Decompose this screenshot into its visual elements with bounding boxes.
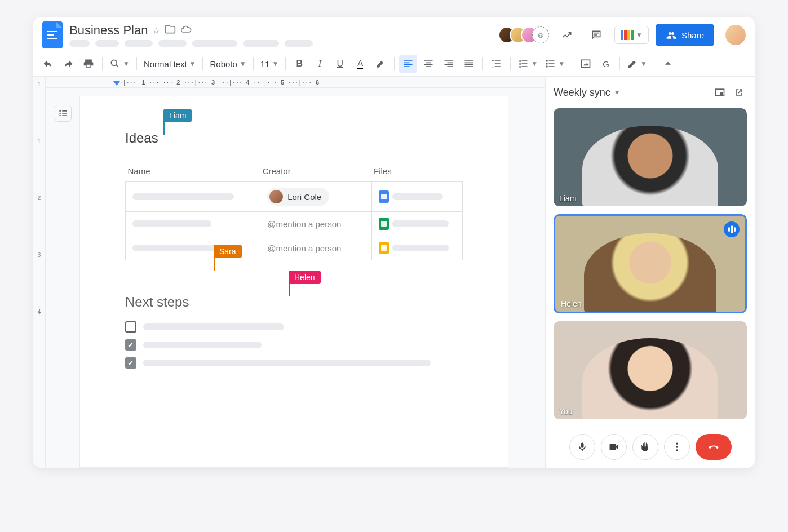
collapse-toolbar-button[interactable] xyxy=(659,55,677,73)
account-avatar[interactable] xyxy=(725,25,746,45)
align-justify-button[interactable] xyxy=(460,55,478,73)
table-header-row: Name Creator Files xyxy=(126,163,463,182)
document-page[interactable]: Ideas Liam Name Creator Files Lori Cole xyxy=(79,96,508,468)
insert-image-button[interactable] xyxy=(577,55,595,73)
table-row[interactable]: Lori Cole xyxy=(126,182,463,212)
file-chip-slide[interactable] xyxy=(379,242,449,254)
svg-rect-7 xyxy=(582,60,590,67)
checklist-item[interactable] xyxy=(125,339,463,351)
sheets-file-icon xyxy=(379,218,389,230)
cloud-status-icon[interactable] xyxy=(180,24,192,37)
undo-button[interactable] xyxy=(39,55,57,73)
bullet-list-button[interactable]: ▼ xyxy=(542,55,567,73)
svg-rect-9 xyxy=(720,92,723,95)
collaborator-cursor-sara: Sara xyxy=(214,245,242,258)
meet-controls xyxy=(554,427,747,460)
docs-file-icon xyxy=(379,190,389,203)
title-block: Business Plan ☆ xyxy=(69,23,313,47)
paragraph-style-select[interactable]: Normal text▼ xyxy=(141,55,198,73)
activity-history-icon[interactable] xyxy=(556,24,578,46)
svg-point-11 xyxy=(676,446,678,447)
file-chip-doc[interactable] xyxy=(379,190,443,203)
table-row[interactable]: Sara @mention a person xyxy=(126,212,463,236)
italic-button[interactable]: I xyxy=(311,55,329,73)
comments-icon[interactable] xyxy=(585,24,608,46)
line-spacing-button[interactable] xyxy=(488,55,506,73)
ideas-heading[interactable]: Ideas Liam xyxy=(125,130,463,146)
person-chip[interactable]: Lori Cole xyxy=(267,188,329,206)
meet-panel-header: Weekly sync ▼ xyxy=(554,85,747,100)
participant-video xyxy=(584,233,717,313)
docs-logo-icon[interactable] xyxy=(42,21,63,48)
star-icon[interactable]: ☆ xyxy=(152,25,160,36)
meet-present-button[interactable]: ▼ xyxy=(614,26,649,44)
header: Business Plan ☆ ☺ ▼ xyxy=(33,17,755,51)
video-tile-you[interactable]: You xyxy=(554,321,747,419)
collaborator-cursor-helen: Helen xyxy=(289,271,321,284)
formatting-toolbar: ▼ Normal text▼ Roboto▼ 11▼ B I U A ▼ ▼ G… xyxy=(33,51,755,77)
ideas-table[interactable]: Name Creator Files Lori Cole Sara xyxy=(125,163,463,260)
font-select[interactable]: Roboto▼ xyxy=(207,55,248,73)
google-meet-icon xyxy=(621,30,634,40)
chevron-down-icon[interactable]: ▼ xyxy=(614,88,621,96)
collaborator-avatars[interactable]: ☺ xyxy=(498,26,549,43)
participant-video xyxy=(582,126,718,207)
bold-button[interactable]: B xyxy=(290,55,308,73)
align-left-button[interactable] xyxy=(399,55,417,73)
slides-file-icon xyxy=(379,242,389,254)
column-name: Name xyxy=(126,163,260,182)
share-button-label: Share xyxy=(681,30,704,40)
underline-button[interactable]: U xyxy=(331,55,349,73)
mention-placeholder[interactable]: @mention a person xyxy=(260,236,371,260)
insert-link-button[interactable]: G xyxy=(597,55,615,73)
zoom-select[interactable]: ▼ xyxy=(107,55,132,73)
svg-point-12 xyxy=(676,449,678,451)
checkbox-checked-icon[interactable] xyxy=(125,339,136,351)
anonymous-avatar-icon[interactable]: ☺ xyxy=(532,26,549,43)
column-creator: Creator xyxy=(260,163,371,182)
speaking-indicator-icon xyxy=(724,221,740,237)
vertical-ruler: 11234 xyxy=(33,77,46,468)
end-call-button[interactable] xyxy=(696,434,732,460)
svg-line-3 xyxy=(116,65,118,67)
svg-point-4 xyxy=(546,60,548,61)
more-options-button[interactable] xyxy=(664,434,690,460)
video-tile-liam[interactable]: Liam xyxy=(554,108,747,206)
file-chip-sheet[interactable] xyxy=(379,218,449,230)
share-button[interactable]: Share xyxy=(656,24,714,46)
align-center-button[interactable] xyxy=(419,55,437,73)
avatar xyxy=(269,190,283,203)
editing-mode-button[interactable]: ▼ xyxy=(625,55,649,73)
table-row[interactable]: @mention a person xyxy=(126,236,463,260)
checklist-button[interactable]: ▼ xyxy=(515,55,540,73)
toggle-camera-button[interactable] xyxy=(601,434,627,460)
svg-point-6 xyxy=(546,65,548,67)
document-outline-toggle[interactable] xyxy=(55,105,72,122)
next-steps-heading[interactable]: Next steps Helen xyxy=(125,294,463,310)
app-window: Business Plan ☆ ☺ ▼ xyxy=(33,17,755,468)
redo-button[interactable] xyxy=(59,55,77,73)
picture-in-picture-button[interactable] xyxy=(712,85,728,100)
checkbox-unchecked-icon[interactable] xyxy=(125,321,136,333)
indent-marker-icon[interactable] xyxy=(113,81,120,86)
move-folder-icon[interactable] xyxy=(165,24,176,37)
checklist-item[interactable] xyxy=(125,357,463,369)
meet-title[interactable]: Weekly sync xyxy=(554,87,610,99)
mention-placeholder[interactable]: @mention a person xyxy=(260,212,371,236)
highlight-button[interactable] xyxy=(371,55,389,73)
raise-hand-button[interactable] xyxy=(632,434,658,460)
horizontal-ruler: · · · | · · · 1· · · | · · · 2· · · | · … xyxy=(46,77,545,88)
checkbox-checked-icon[interactable] xyxy=(125,357,136,369)
checklist-item[interactable] xyxy=(125,321,463,333)
align-right-button[interactable] xyxy=(440,55,458,73)
video-tile-helen[interactable]: Helen xyxy=(554,214,747,313)
collaborator-cursor-liam: Liam xyxy=(163,109,192,122)
text-color-button[interactable]: A xyxy=(351,55,369,73)
document-area: · · · | · · · 1· · · | · · · 2· · · | · … xyxy=(46,77,545,468)
document-title[interactable]: Business Plan xyxy=(69,23,148,38)
menu-bar[interactable] xyxy=(69,40,313,47)
pop-out-button[interactable] xyxy=(731,85,747,100)
mute-mic-button[interactable] xyxy=(569,434,595,460)
print-button[interactable] xyxy=(79,55,98,73)
font-size-input[interactable]: 11▼ xyxy=(258,55,281,73)
